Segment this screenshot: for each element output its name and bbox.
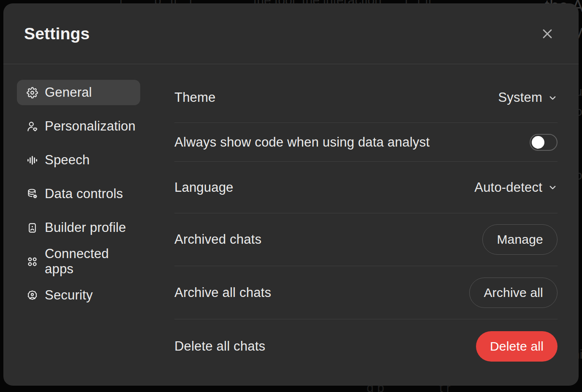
toggle-knob xyxy=(532,136,544,149)
id-card-icon xyxy=(26,222,38,234)
show-code-label: Always show code when using data analyst xyxy=(174,135,430,150)
sidebar-item-personalization[interactable]: Personalization xyxy=(17,114,140,139)
close-button[interactable] xyxy=(538,24,557,43)
sidebar-item-builder-profile[interactable]: Builder profile xyxy=(17,215,140,240)
theme-dropdown[interactable]: System xyxy=(498,90,558,105)
person-heart-icon xyxy=(26,120,38,132)
settings-sidebar: General Personalization xyxy=(17,80,140,316)
database-gear-icon xyxy=(26,188,38,200)
gear-icon xyxy=(26,87,38,98)
apps-grid-icon xyxy=(26,256,38,267)
archive-all-label: Archive all chats xyxy=(174,285,271,300)
sidebar-item-label: Connected apps xyxy=(45,246,132,277)
archived-chats-label: Archived chats xyxy=(174,232,261,247)
show-code-toggle[interactable] xyxy=(530,134,558,151)
sidebar-item-label: Builder profile xyxy=(45,220,126,235)
close-icon xyxy=(541,27,554,41)
archived-chats-row: Archived chats Manage xyxy=(174,213,558,266)
sidebar-item-label: Security xyxy=(45,288,93,303)
theme-dropdown-value: System xyxy=(498,90,542,105)
delete-all-row: Delete all chats Delete all xyxy=(174,319,558,373)
sidebar-item-label: General xyxy=(45,85,92,100)
delete-all-label: Delete all chats xyxy=(174,339,265,354)
language-label: Language xyxy=(174,180,234,195)
sidebar-item-speech[interactable]: Speech xyxy=(17,147,140,173)
sidebar-item-security[interactable]: Security xyxy=(17,283,140,308)
sidebar-item-connected-apps[interactable]: Connected apps xyxy=(17,249,140,274)
archive-all-button[interactable]: Archive all xyxy=(469,278,558,308)
sidebar-item-label: Personalization xyxy=(45,119,136,134)
waveform-icon xyxy=(26,154,38,166)
delete-all-button[interactable]: Delete all xyxy=(476,331,558,362)
settings-dialog: Settings xyxy=(3,3,579,386)
manage-button[interactable]: Manage xyxy=(482,224,558,255)
archive-all-row: Archive all chats Archive all xyxy=(174,266,558,319)
screen: l b tt l the tool, the interaction f i f… xyxy=(0,0,582,392)
dialog-body: General Personalization xyxy=(3,64,579,373)
language-dropdown[interactable]: Auto-detect xyxy=(474,180,558,195)
sidebar-item-label: Speech xyxy=(45,152,90,168)
badge-person-icon xyxy=(26,289,38,301)
dialog-header: Settings xyxy=(3,3,579,64)
show-code-row: Always show code when using data analyst xyxy=(174,123,558,162)
theme-row: Theme System xyxy=(174,73,558,123)
sidebar-item-label: Data controls xyxy=(45,186,123,201)
sidebar-item-data-controls[interactable]: Data controls xyxy=(17,181,140,207)
chevron-down-icon xyxy=(548,182,558,192)
chevron-down-icon xyxy=(548,93,558,103)
settings-panel: Theme System Always show code when using… xyxy=(174,64,558,373)
language-row: Language Auto-detect xyxy=(174,162,558,213)
theme-label: Theme xyxy=(174,90,215,105)
language-dropdown-value: Auto-detect xyxy=(474,180,542,195)
sidebar-item-general[interactable]: General xyxy=(17,80,140,105)
dialog-title: Settings xyxy=(24,24,90,43)
